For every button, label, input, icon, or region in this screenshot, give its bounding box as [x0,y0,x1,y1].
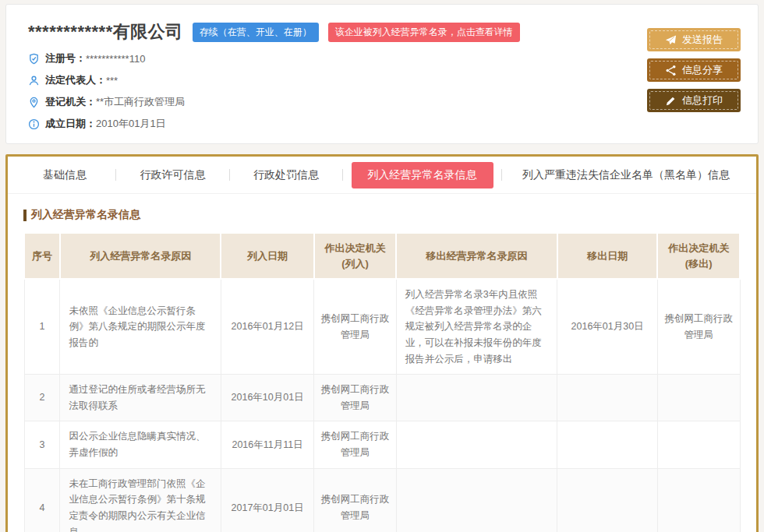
legal-representative-value: *** [106,75,118,86]
share-icon [665,65,677,76]
legal-representative-label: 法定代表人： [45,73,106,87]
section-title-bar [23,210,27,221]
share-info-button[interactable]: 信息分享 [647,58,741,82]
tab-blacklist[interactable]: 列入严重违法失信企业名单（黑名单）信息 [502,168,750,182]
main-panel: 基础信息 行政许可信息 行政处罚信息 列入经营异常名录信息 列入严重违法失信企业… [5,154,759,532]
section-title: 列入经营异常名录信息 [23,208,741,222]
location-icon [28,97,40,108]
cell-remove-reason [396,421,557,468]
cell-list-date: 2017年01月01日 [221,468,313,532]
cell-remove-date [557,375,658,421]
table-header-row: 序号 列入经营异常名录原因 列入日期 作出决定机关(列入) 移出经营异常名录原因… [24,233,740,279]
table-row: 1 未依照《企业信息公示暂行条例》第八条规定的期限公示年度报告的 2016年01… [24,279,740,375]
establishment-date-row: 成立日期： 2010年01月1日 [28,117,520,131]
person-icon [28,75,40,86]
registration-number-value: ***********110 [86,53,145,65]
col-header-remove-date: 移出日期 [557,233,658,279]
table-row: 4 未在工商行政管理部门依照《企业信息公示暂行条例》第十条规定责令的期限内公示有… [24,468,740,532]
info-icon [28,118,40,130]
registration-authority-row: 登记机关： **市工商行政管理局 [28,95,520,109]
cell-remove-reason [396,468,557,532]
col-header-list-authority: 作出决定机关(列入) [314,233,397,279]
col-header-list-date: 列入日期 [221,233,313,279]
page: ************有限公司 存续（在营、开业、在册） 该企业被列入经营异常… [0,0,764,532]
cell-list-reason: 未依照《企业信息公示暂行条例》第八条规定的期限公示年度报告的 [60,279,221,375]
section-title-text: 列入经营异常名录信息 [31,208,140,222]
cell-remove-authority [657,375,740,421]
establishment-date-value: 2010年01月1日 [96,117,166,131]
tab-abnormal-list[interactable]: 列入经营异常名录信息 [343,162,500,188]
cell-serial: 1 [24,279,60,375]
tab-abnormal-list-pill[interactable]: 列入经营异常名录信息 [352,162,493,188]
cell-list-authority: 携创网工商行政管理局 [314,468,397,532]
print-info-label: 信息打印 [682,93,723,107]
pencil-icon [665,95,677,107]
col-header-serial: 序号 [24,233,60,279]
company-name: ************有限公司 [28,20,183,44]
send-report-button[interactable]: 发送报告 [647,28,741,51]
cell-remove-date [557,468,658,532]
col-header-list-reason: 列入经营异常名录原因 [60,233,221,279]
company-summary: ************有限公司 存续（在营、开业、在册） 该企业被列入经营异常… [28,20,520,131]
cell-serial: 4 [24,468,60,532]
cell-remove-authority: 携创网工商行政管理局 [657,279,740,375]
paper-plane-icon [665,34,677,46]
company-header-card: ************有限公司 存续（在营、开业、在册） 该企业被列入经营异常… [5,4,759,144]
cell-list-reason: 通过登记的住所或者经营场所无法取得联系 [60,375,221,421]
panel-content: 列入经营异常名录信息 序号 列入经营异常名录原因 列入日期 作出决定机关(列入)… [8,194,756,532]
certificate-icon [28,53,40,65]
col-header-remove-authority: 作出决定机关(移出) [657,233,740,279]
establishment-date-label: 成立日期： [45,117,96,131]
col-header-remove-reason: 移出经营异常名录原因 [396,233,557,279]
registration-authority-label: 登记机关： [45,95,96,109]
cell-list-authority: 携创网工商行政管理局 [314,421,397,468]
cell-remove-authority [657,421,740,468]
cell-list-reason: 因公示企业信息隐瞒真实情况、弄虚作假的 [60,421,221,468]
cell-list-date: 2016年11月11日 [221,421,313,468]
tab-admin-penalty[interactable]: 行政处罚信息 [230,168,343,182]
cell-serial: 2 [24,375,60,421]
cell-remove-date: 2016年01月30日 [557,279,658,375]
cell-remove-reason [396,375,557,421]
cell-serial: 3 [24,421,60,468]
legal-representative-row: 法定代表人： *** [28,73,520,87]
share-info-label: 信息分享 [682,63,723,77]
cell-remove-authority [657,468,740,532]
cell-list-date: 2016年10月01日 [221,375,313,421]
tab-bar: 基础信息 行政许可信息 行政处罚信息 列入经营异常名录信息 列入严重违法失信企业… [8,157,756,194]
cell-list-authority: 携创网工商行政管理局 [314,375,397,421]
status-badge: 存续（在营、开业、在册） [193,23,319,42]
cell-remove-date [557,421,658,468]
cell-list-date: 2016年01月12日 [221,279,313,375]
send-report-label: 发送报告 [682,33,723,47]
cell-remove-reason: 列入经营异常名录3年内且依照《经营异常名录管理办法》第六规定被列入经营异常名录的… [396,279,557,375]
print-info-button[interactable]: 信息打印 [647,89,741,112]
header-action-buttons: 发送报告 信息分享 信息打印 [647,20,741,131]
tab-basic-info[interactable]: 基础信息 [14,168,115,182]
registration-authority-value: **市工商行政管理局 [96,95,185,109]
cell-list-reason: 未在工商行政管理部门依照《企业信息公示暂行条例》第十条规定责令的期限内公示有关企… [60,468,221,532]
cell-list-authority: 携创网工商行政管理局 [314,279,397,375]
table-row: 3 因公示企业信息隐瞒真实情况、弄虚作假的 2016年11月11日 携创网工商行… [24,421,740,468]
registration-number-row: 注册号： ***********110 [28,51,520,65]
abnormal-alert-badge[interactable]: 该企业被列入经营异常名录，点击查看详情 [328,23,520,42]
registration-number-label: 注册号： [45,51,86,65]
abnormal-list-table: 序号 列入经营异常名录原因 列入日期 作出决定机关(列入) 移出经营异常名录原因… [23,232,741,532]
tab-admin-license[interactable]: 行政许可信息 [116,168,229,182]
table-row: 2 通过登记的住所或者经营场所无法取得联系 2016年10月01日 携创网工商行… [24,375,740,421]
